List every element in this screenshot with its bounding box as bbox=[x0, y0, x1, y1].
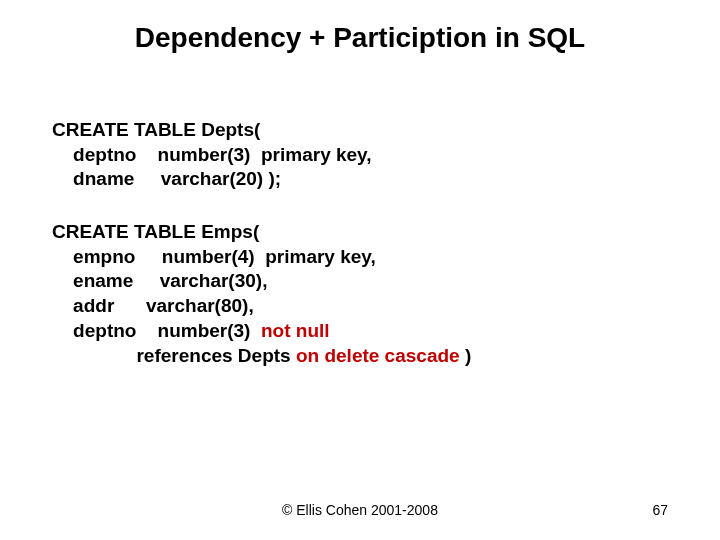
depts-table-block: CREATE TABLE Depts( deptno number(3) pri… bbox=[52, 118, 720, 192]
cascade-keyword: on delete cascade bbox=[296, 345, 460, 366]
code-line: deptno number(3) not null bbox=[52, 319, 720, 344]
emps-table-block: CREATE TABLE Emps( empno number(4) prima… bbox=[52, 220, 720, 368]
code-line: CREATE TABLE Depts( bbox=[52, 118, 720, 143]
copyright-text: © Ellis Cohen 2001-2008 bbox=[0, 502, 720, 518]
code-line: references Depts on delete cascade ) bbox=[52, 344, 720, 369]
code-line: addr varchar(80), bbox=[52, 294, 720, 319]
page-number: 67 bbox=[652, 502, 668, 518]
code-line: deptno number(3) primary key, bbox=[52, 143, 720, 168]
slide-title: Dependency + Particiption in SQL bbox=[0, 0, 720, 54]
code-line: ename varchar(30), bbox=[52, 269, 720, 294]
sql-content: CREATE TABLE Depts( deptno number(3) pri… bbox=[0, 54, 720, 368]
code-line: dname varchar(20) ); bbox=[52, 167, 720, 192]
not-null-keyword: not null bbox=[261, 320, 330, 341]
code-line: empno number(4) primary key, bbox=[52, 245, 720, 270]
code-line: CREATE TABLE Emps( bbox=[52, 220, 720, 245]
